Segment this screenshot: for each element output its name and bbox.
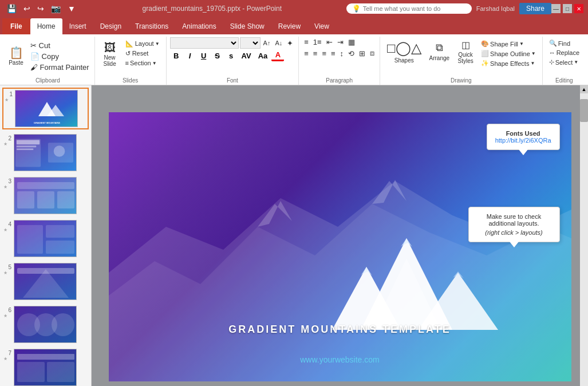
slide-num-6: 6 (3, 306, 11, 313)
slide-num-3: 3 (3, 177, 11, 184)
slide-title: GRADIENT MOUNTAINS TEMPLATE (228, 324, 451, 336)
strikethrough-btn[interactable]: S (211, 51, 224, 61)
slide-thumb-7[interactable]: 7 ★ (2, 348, 89, 386)
scroll-thumb-v[interactable] (580, 99, 588, 122)
svg-point-26 (52, 313, 74, 336)
shape-fill-button[interactable]: 🎨 Shape Fill ▼ (478, 40, 539, 48)
canvas-area: GRADIENT MOUNTAINS TEMPLATE www.yourwebs… (92, 85, 588, 386)
increase-font-btn[interactable]: A↑ (262, 39, 273, 47)
font-name-select[interactable] (170, 37, 239, 49)
slide-preview-7 (14, 349, 77, 386)
svg-rect-18 (46, 225, 74, 238)
increase-indent-btn[interactable]: ⇥ (336, 37, 345, 47)
undo-btn[interactable]: ↩ (21, 3, 33, 14)
callout-fonts-line1: Fonts Used (495, 130, 551, 137)
close-btn[interactable]: ✕ (574, 4, 583, 13)
editing-group: 🔍 Find ↔ Replace ⊹ Select ▼ Editing (544, 37, 586, 85)
ribbon: 📋 Paste ✂ Cut 📄 Copy 🖌 Format Painter Cl… (0, 34, 588, 85)
customize-btn[interactable]: ▼ (65, 3, 78, 14)
tab-insert[interactable]: Insert (62, 18, 93, 34)
slide-thumb-6[interactable]: 6 ★ (2, 305, 89, 344)
copy-button[interactable]: 📄 Copy (29, 52, 91, 61)
slide-thumb-4[interactable]: 4 ★ (2, 219, 89, 258)
save-btn[interactable]: 💾 (5, 3, 19, 14)
scroll-up-btn[interactable]: ▲ (580, 85, 588, 93)
slide-preview-6 (14, 306, 77, 343)
clear-format-btn[interactable]: ✦ (285, 38, 295, 48)
svg-text:GRADIENT MOUNTAINS: GRADIENT MOUNTAINS (34, 121, 60, 124)
layout-button[interactable]: 📐 Layout ▼ (123, 40, 163, 48)
shape-effects-button[interactable]: ✨ Shape Effects ▼ (478, 59, 539, 68)
slide-panel[interactable]: 1 ★ GRADIENT MOUNTAINS (0, 85, 92, 386)
minimize-btn[interactable]: — (551, 4, 561, 13)
tell-me-input[interactable] (363, 5, 466, 12)
tab-bar: File Home Insert Design Transitions Anim… (0, 17, 588, 34)
redo-btn[interactable]: ↪ (35, 3, 46, 14)
arrange-button[interactable]: ⧉ Arrange (426, 37, 453, 66)
editing-label: Editing (546, 76, 582, 84)
font-color-btn[interactable]: A (271, 50, 284, 61)
snapshot-btn[interactable]: 📷 (49, 3, 63, 14)
tab-review[interactable]: Review (271, 18, 307, 34)
clipboard-label: Clipboard (5, 76, 91, 84)
align-center-btn[interactable]: ≡ (311, 49, 319, 58)
slide-thumb-2[interactable]: 2 ★ (2, 133, 89, 172)
svg-rect-17 (17, 225, 43, 254)
tab-slideshow[interactable]: Slide Show (223, 18, 271, 34)
find-button[interactable]: 🔍 Find (546, 39, 582, 48)
file-tab[interactable]: File (2, 18, 30, 34)
tab-view[interactable]: View (307, 18, 336, 34)
section-button[interactable]: ≡ Section ▼ (123, 59, 163, 67)
callout-layouts-text1: Make sure to check additional layouts. (477, 213, 551, 227)
slide-thumb-5[interactable]: 5 ★ (2, 262, 89, 301)
underline-btn[interactable]: U (198, 51, 210, 61)
tab-home[interactable]: Home (30, 18, 62, 34)
shadow-btn[interactable]: s (225, 51, 238, 61)
align-left-btn[interactable]: ≡ (302, 49, 310, 58)
replace-button[interactable]: ↔ Replace (546, 49, 582, 57)
reset-button[interactable]: ↺ Reset (123, 49, 163, 58)
decrease-indent-btn[interactable]: ⇤ (325, 37, 334, 47)
tab-animations[interactable]: Animations (175, 18, 223, 34)
text-direction-btn[interactable]: ⟲ (346, 49, 356, 58)
tab-design[interactable]: Design (93, 18, 128, 34)
font-size-select[interactable] (240, 37, 261, 49)
paragraph-group: ≡ 1≡ ⇤ ⇥ ▦ ≡ ≡ ≡ ≡ ↕ ⟲ ⊞ ⧈ Paragraph (300, 37, 380, 85)
slide-canvas[interactable]: GRADIENT MOUNTAINS TEMPLATE www.yourwebs… (109, 112, 571, 381)
align-right-btn[interactable]: ≡ (320, 49, 328, 58)
numbering-btn[interactable]: 1≡ (311, 37, 323, 47)
line-spacing-btn[interactable]: ↕ (338, 49, 346, 58)
decrease-font-btn[interactable]: A↓ (273, 39, 284, 47)
tell-me-box[interactable]: 💡 (346, 3, 472, 14)
svg-rect-8 (17, 148, 33, 150)
justify-btn[interactable]: ≡ (329, 49, 337, 58)
scroll-v[interactable]: ▲ ▼ (580, 85, 588, 386)
paste-button[interactable]: 📋 Paste (5, 40, 27, 74)
bold-btn[interactable]: B (170, 51, 183, 61)
slide-thumb-1[interactable]: 1 ★ GRADIENT MOUNTAINS (2, 88, 89, 129)
maximize-btn[interactable]: □ (563, 4, 572, 13)
spacing-btn[interactable]: AV (239, 51, 254, 61)
char-spacing-btn[interactable]: Aa (255, 51, 271, 61)
bullets-btn[interactable]: ≡ (302, 37, 310, 47)
quick-styles-button[interactable]: ◫ QuickStyles (454, 37, 477, 66)
shapes-button[interactable]: □◯△ Shapes (384, 37, 425, 66)
format-painter-button[interactable]: 🖌 Format Painter (29, 62, 91, 72)
columns-btn[interactable]: ▦ (346, 37, 357, 47)
tab-transitions[interactable]: Transitions (128, 18, 175, 34)
cut-button[interactable]: ✂ Cut (29, 41, 91, 50)
slides-label: Slides (98, 76, 163, 84)
shape-outline-button[interactable]: ⬜ Shape Outline ▼ (478, 49, 539, 58)
share-button[interactable]: Share (519, 3, 551, 14)
svg-rect-14 (37, 191, 54, 208)
new-slide-button[interactable]: 🖼 NewSlide (98, 37, 121, 72)
slides-group: 🖼 NewSlide 📐 Layout ▼ ↺ Reset ≡ Section … (96, 37, 167, 85)
select-button[interactable]: ⊹ Select ▼ (546, 58, 582, 66)
slide-preview-3 (14, 177, 77, 214)
svg-rect-15 (57, 191, 74, 208)
slide-thumb-3[interactable]: 3 ★ (2, 176, 89, 215)
slide-preview-1: GRADIENT MOUNTAINS (15, 90, 78, 127)
smart-art-btn[interactable]: ⧈ (368, 48, 376, 58)
italic-btn[interactable]: I (184, 51, 196, 61)
text-align-btn[interactable]: ⊞ (357, 49, 367, 58)
